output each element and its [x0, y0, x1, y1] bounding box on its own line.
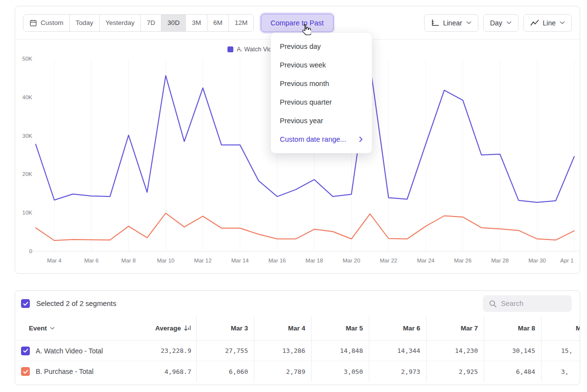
menu-item-previous-year[interactable]: Previous year: [271, 111, 372, 130]
table-header-row: EventAverageMar 3Mar 4Mar 5Mar 6Mar 7Mar…: [15, 316, 580, 341]
x-tick-label: Mar 24: [417, 258, 434, 263]
x-tick-label: Mar 14: [231, 258, 249, 263]
chevron-right-icon: [359, 136, 363, 142]
cell-value: 14,344: [369, 341, 426, 361]
event-name-cell: A. Watch Video - Total: [15, 341, 140, 361]
event-name: A. Watch Video - Total: [36, 347, 103, 355]
menu-item-previous-day[interactable]: Previous day: [271, 37, 372, 56]
range-button-yesterday[interactable]: Yesterday: [99, 15, 141, 31]
interval-dropdown-label: Day: [490, 19, 502, 27]
y-tick-label: 10K: [23, 210, 33, 216]
range-button-today[interactable]: Today: [69, 15, 99, 31]
x-tick-label: Apr 1: [560, 258, 574, 263]
cell-value: 6,484: [484, 361, 541, 382]
range-button-6m[interactable]: 6M: [207, 15, 228, 31]
average-value: 23,228.9: [140, 341, 196, 361]
x-tick-label: Mar 18: [306, 258, 323, 263]
range-button-label: 3M: [192, 19, 201, 26]
date-range-group: CustomTodayYesterday7D30D3M6M12M: [23, 14, 254, 32]
cell-value: 27,755: [196, 341, 254, 361]
column-header-mar-8[interactable]: Mar 8: [484, 316, 541, 340]
segments-header: Selected 2 of 2 segments: [15, 291, 580, 316]
x-tick-label: Mar 16: [269, 258, 286, 263]
x-tick-label: Mar 12: [194, 258, 212, 263]
column-header-mar-6[interactable]: Mar 6: [369, 316, 426, 340]
cell-value: 2,925: [426, 361, 484, 382]
column-header-mar-3[interactable]: Mar 3: [196, 316, 254, 340]
table-row-b-purchase-total[interactable]: B. Purchase - Total4,968.76,0602,7893,05…: [15, 361, 580, 382]
segments-card: Selected 2 of 2 segments EventAverageMar…: [15, 290, 580, 385]
cell-value: 2,789: [254, 361, 311, 382]
y-tick-label: 50K: [23, 56, 33, 62]
column-header-label: Mar 4: [288, 325, 305, 332]
table-body: A. Watch Video - Total23,228.927,75513,2…: [15, 341, 580, 382]
series-line-b-purchase-total[interactable]: [36, 213, 574, 240]
event-name-cell: B. Purchase - Total: [15, 361, 140, 382]
compare-to-past-button[interactable]: Compare to Past: [261, 14, 334, 32]
segments-selected-label: Selected 2 of 2 segments: [36, 300, 116, 307]
x-tick-label: Mar 10: [157, 258, 175, 263]
search-input[interactable]: [501, 300, 566, 307]
search-box[interactable]: [483, 295, 572, 312]
column-header-mar-7[interactable]: Mar 7: [426, 316, 484, 340]
menu-item-previous-quarter[interactable]: Previous quarter: [271, 93, 372, 111]
range-button-label: 12M: [235, 19, 248, 26]
x-tick-label: Mar 30: [528, 258, 546, 263]
cell-value: 30,145: [484, 341, 541, 361]
column-header-label: Mar 6: [403, 325, 420, 332]
column-header-mar-4[interactable]: Mar 4: [254, 316, 311, 340]
cell-value: 3,050: [311, 361, 369, 382]
chevron-down-icon: [506, 21, 512, 24]
column-header-label: Average: [155, 325, 181, 332]
menu-item-custom-date-range[interactable]: Custom date range...: [271, 130, 372, 149]
range-button-3m[interactable]: 3M: [185, 15, 207, 31]
axis-scale-icon: [431, 19, 439, 27]
column-header-label: Mar 8: [518, 325, 535, 332]
x-tick-label: Mar 6: [84, 258, 98, 263]
row-checkbox[interactable]: [21, 367, 30, 376]
range-button-30d[interactable]: 30D: [161, 15, 185, 31]
event-name: B. Purchase - Total: [36, 368, 93, 375]
y-tick-label: 0: [29, 248, 32, 254]
legend-swatch: [227, 46, 233, 52]
menu-item-previous-month[interactable]: Previous month: [271, 74, 372, 93]
column-header-partial[interactable]: M: [541, 316, 580, 340]
column-header-average[interactable]: Average: [140, 316, 196, 340]
row-checkbox[interactable]: [21, 347, 30, 355]
x-tick-label: Mar 8: [121, 258, 135, 263]
range-button-12m[interactable]: 12M: [228, 15, 253, 31]
range-button-label: 30D: [167, 19, 180, 26]
column-header-mar-5[interactable]: Mar 5: [311, 316, 369, 340]
calendar-icon: [29, 19, 37, 27]
chevron-down-icon: [466, 21, 472, 24]
average-value: 4,968.7: [140, 361, 196, 382]
x-tick-label: Mar 26: [454, 258, 472, 263]
menu-item-label: Custom date range...: [280, 135, 346, 143]
column-header-label: Mar 5: [346, 325, 363, 332]
cell-value: 2,973: [369, 361, 426, 382]
line-chart-icon: [530, 20, 539, 26]
chart-controls: Linear Day Line: [424, 14, 572, 32]
chevron-down-icon: [50, 327, 55, 330]
column-header-event[interactable]: Event: [15, 316, 140, 340]
menu-item-previous-week[interactable]: Previous week: [271, 56, 372, 74]
column-header-label: Mar 3: [231, 325, 248, 332]
interval-dropdown-button[interactable]: Day: [483, 14, 519, 32]
x-tick-label: Mar 4: [47, 258, 62, 263]
table-row-a-watch-video-total[interactable]: A. Watch Video - Total23,228.927,75513,2…: [15, 341, 580, 361]
scale-dropdown-button[interactable]: Linear: [424, 14, 478, 32]
range-button-label: 7D: [147, 19, 155, 26]
cell-value: 14,848: [311, 341, 369, 361]
scale-dropdown-label: Linear: [443, 19, 462, 27]
cell-value: 14,230: [426, 341, 484, 361]
select-all-checkbox[interactable]: [21, 299, 30, 308]
compare-to-past-menu: Previous dayPrevious weekPrevious monthP…: [271, 32, 372, 153]
range-button-custom[interactable]: Custom: [23, 15, 69, 31]
cell-value: 6,060: [196, 361, 254, 382]
x-tick-label: Mar 20: [343, 258, 361, 263]
chevron-down-icon: [560, 21, 565, 24]
chart-type-dropdown-button[interactable]: Line: [523, 14, 572, 32]
range-button-7d[interactable]: 7D: [140, 15, 161, 31]
cell-value-partial: 15,: [541, 341, 580, 361]
cell-value: 13,286: [254, 341, 311, 361]
